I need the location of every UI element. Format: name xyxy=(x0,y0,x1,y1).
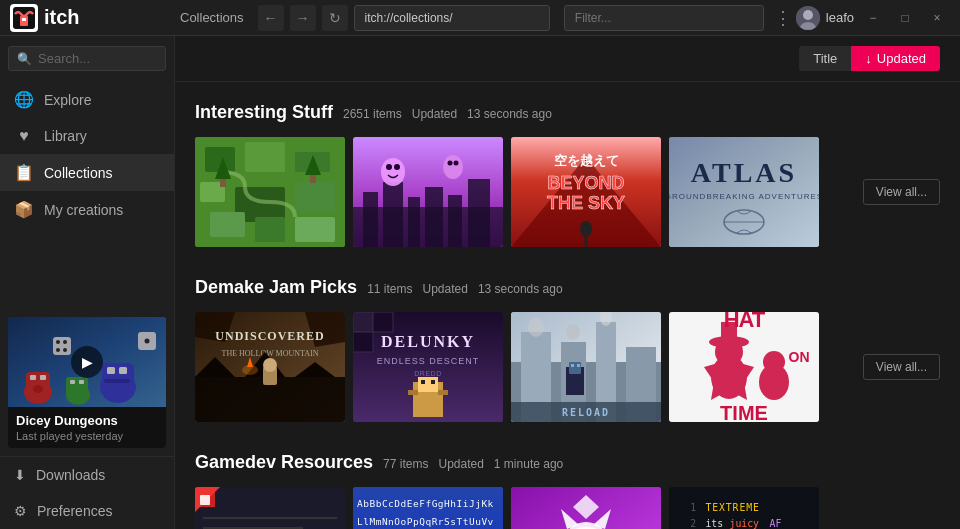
collection-meta: 2651 items Updated 13 seconds ago xyxy=(343,107,552,121)
svg-rect-90 xyxy=(418,377,438,392)
svg-rect-36 xyxy=(210,212,245,237)
collection-interesting-stuff: Interesting Stuff 2651 items Updated 13 … xyxy=(175,82,960,257)
game-thumb[interactable]: 空を越えて BEYOND THE SKY xyxy=(511,137,661,247)
close-button[interactable]: × xyxy=(924,5,950,31)
svg-point-51 xyxy=(381,158,405,186)
sidebar-item-label: Library xyxy=(44,128,87,144)
game-card-info: Dicey Dungeons Last played yesterday xyxy=(8,407,166,448)
svg-point-52 xyxy=(386,164,392,170)
search-box[interactable]: 🔍 xyxy=(8,46,166,71)
collections-icon: 📋 xyxy=(14,163,34,182)
app-logo: itch xyxy=(10,4,180,32)
svg-rect-47 xyxy=(408,197,420,247)
svg-point-102 xyxy=(566,324,580,340)
minimize-button[interactable]: − xyxy=(860,5,886,31)
svg-text:TIME: TIME xyxy=(720,402,768,422)
search-icon: 🔍 xyxy=(17,52,32,66)
updated-label-2: Updated xyxy=(423,282,468,296)
svg-text:BEYOND: BEYOND xyxy=(547,173,624,193)
play-button[interactable]: ▶ xyxy=(71,346,103,378)
game-thumb[interactable]: HAT ON TIME xyxy=(669,312,819,422)
preferences-icon: ⚙ xyxy=(14,503,27,519)
svg-rect-121 xyxy=(195,487,345,529)
updated-label-3: Updated xyxy=(438,457,483,471)
menu-button[interactable]: ⋮ xyxy=(770,5,796,31)
collection-title-2: Demake Jam Picks xyxy=(195,277,357,298)
updated-time-2: 13 seconds ago xyxy=(478,282,563,296)
svg-rect-94 xyxy=(438,390,448,395)
svg-point-101 xyxy=(528,317,544,337)
game-thumb[interactable] xyxy=(195,137,345,247)
svg-rect-37 xyxy=(255,217,285,242)
game-thumb[interactable]: DELUNKY ENDLESS DESCENT DREDD xyxy=(353,312,503,422)
svg-rect-45 xyxy=(363,192,378,247)
svg-text:ENDLESS DESCENT: ENDLESS DESCENT xyxy=(377,356,480,366)
svg-text:AbBbCcDdEeFfGgHhIiJjKk: AbBbCcDdEeFfGgHhIiJjKk xyxy=(357,498,494,509)
updated-time-3: 1 minute ago xyxy=(494,457,563,471)
game-thumb[interactable]: 1 TEXTREME 2 its juicy AF 3 font = "bold… xyxy=(669,487,819,529)
svg-rect-40 xyxy=(220,179,226,187)
svg-point-117 xyxy=(763,351,785,373)
sidebar-bottom: ⬇ Downloads ⚙ Preferences xyxy=(0,456,174,529)
view-all-button-1[interactable]: View all... xyxy=(863,179,940,205)
sidebar-item-label: My creations xyxy=(44,202,123,218)
collection-header: Interesting Stuff 2651 items Updated 13 … xyxy=(195,102,940,123)
avatar xyxy=(796,6,820,30)
svg-rect-38 xyxy=(295,217,335,242)
titlebar-center: Collections ← → ↻ ⋮ xyxy=(180,5,796,31)
game-thumb[interactable]: ATLAS GROUNDBREAKING ADVENTURES xyxy=(669,137,819,247)
maximize-button[interactable]: □ xyxy=(892,5,918,31)
svg-rect-85 xyxy=(353,332,373,352)
sidebar-item-collections[interactable]: 📋 Collections xyxy=(0,154,174,191)
view-all-button-2[interactable]: View all... xyxy=(863,354,940,380)
svg-rect-42 xyxy=(310,175,316,183)
sort-title-button[interactable]: Title xyxy=(799,46,851,71)
svg-text:DELUNKY: DELUNKY xyxy=(381,333,475,350)
sidebar-item-library[interactable]: ♥ Library xyxy=(0,118,174,154)
svg-text:THE SKY: THE SKY xyxy=(547,193,625,213)
game-thumb[interactable]: AbBbCcDdEeFfGgHhIiJjKk LlMmNnOoPpQqRrSsT… xyxy=(353,487,503,529)
sidebar: 🔍 🌐 Explore ♥ Library 📋 Collections 📦 My… xyxy=(0,36,175,529)
forward-button[interactable]: → xyxy=(290,5,316,31)
game-thumb[interactable] xyxy=(195,487,345,529)
game-thumb[interactable]: RELOAD xyxy=(511,312,661,422)
svg-text:its: its xyxy=(705,518,723,529)
preferences-label: Preferences xyxy=(37,503,112,519)
back-button[interactable]: ← xyxy=(258,5,284,31)
svg-rect-31 xyxy=(245,142,285,172)
refresh-button[interactable]: ↻ xyxy=(322,5,348,31)
games-row-2: UNDISCOVERED THE HOLLOW MOUNTAIN xyxy=(195,312,940,422)
svg-text:LlMmNnOoPpQqRrSsTtUuVv: LlMmNnOoPpQqRrSsTtUuVv xyxy=(357,516,494,527)
item-count-3: 77 items xyxy=(383,457,428,471)
svg-text:TEXTREME: TEXTREME xyxy=(705,502,759,513)
sort-icon: ↓ xyxy=(865,51,872,66)
game-thumb[interactable]: UNDISCOVERED THE HOLLOW MOUNTAIN xyxy=(195,312,345,422)
creations-icon: 📦 xyxy=(14,200,34,219)
filter-input[interactable] xyxy=(564,5,764,31)
featured-game-card[interactable]: ▶ Dicey Dungeons Last played yesterday xyxy=(8,317,166,448)
game-thumb[interactable] xyxy=(353,137,503,247)
url-input[interactable] xyxy=(354,5,550,31)
svg-rect-50 xyxy=(468,179,490,247)
sidebar-item-preferences[interactable]: ⚙ Preferences xyxy=(0,493,174,529)
downloads-label: Downloads xyxy=(36,467,105,483)
sort-updated-button[interactable]: ↓ Updated xyxy=(851,46,940,71)
game-card-image: ▶ xyxy=(8,317,166,407)
games-row-3: AbBbCcDdEeFfGgHhIiJjKk LlMmNnOoPpQqRrSsT… xyxy=(195,487,940,529)
collection-header-3: Gamedev Resources 77 items Updated 1 min… xyxy=(195,452,940,473)
sidebar-item-downloads[interactable]: ⬇ Downloads xyxy=(0,457,174,493)
svg-point-53 xyxy=(394,164,400,170)
game-thumb[interactable] xyxy=(511,487,661,529)
collection-demake-jam: Demake Jam Picks 11 items Updated 13 sec… xyxy=(175,257,960,432)
sidebar-item-explore[interactable]: 🌐 Explore xyxy=(0,81,174,118)
svg-rect-49 xyxy=(448,195,462,247)
svg-point-79 xyxy=(263,358,277,372)
library-icon: ♥ xyxy=(14,127,34,145)
svg-rect-2 xyxy=(22,18,26,21)
svg-rect-46 xyxy=(383,182,403,247)
svg-point-54 xyxy=(443,155,463,179)
svg-point-62 xyxy=(580,221,592,237)
search-input[interactable] xyxy=(38,51,157,66)
sidebar-item-creations[interactable]: 📦 My creations xyxy=(0,191,174,228)
collection-header-2: Demake Jam Picks 11 items Updated 13 sec… xyxy=(195,277,940,298)
